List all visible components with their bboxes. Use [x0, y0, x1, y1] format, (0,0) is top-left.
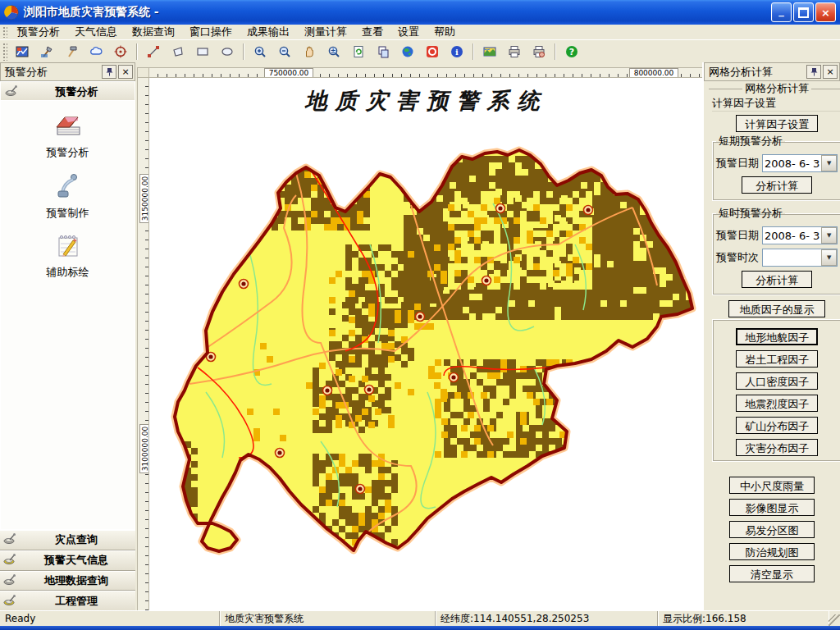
- disaster-point-marker: [276, 449, 285, 458]
- toolbar-grip-handle[interactable]: [2, 43, 7, 61]
- dish-icon: [5, 84, 19, 99]
- cloud-icon[interactable]: [84, 41, 108, 62]
- minimize-button[interactable]: _: [771, 2, 792, 22]
- right-panel-header: 网格分析计算 ×: [704, 62, 840, 81]
- target-icon[interactable]: [108, 41, 133, 62]
- disaster-point-marker: [450, 373, 459, 382]
- category-bar-工程管理[interactable]: 工程管理: [0, 591, 135, 611]
- menu-item[interactable]: 窗口操作: [182, 24, 240, 40]
- dropdown-arrow-icon[interactable]: ▼: [821, 227, 837, 244]
- short-time-period-select[interactable]: ▼: [762, 249, 838, 267]
- menu-item[interactable]: 设置: [390, 24, 427, 40]
- factor-button[interactable]: 灾害分布因子: [736, 439, 818, 456]
- copy-layers-icon[interactable]: [371, 41, 395, 62]
- dish-gold-icon: [3, 553, 17, 568]
- refresh-icon[interactable]: [346, 41, 371, 62]
- group-title: 网格分析计算: [742, 81, 811, 96]
- zoom-out-icon[interactable]: [272, 41, 297, 62]
- line-tool-icon[interactable]: [141, 41, 166, 62]
- print-icon[interactable]: [502, 41, 527, 62]
- left-panel-close-button[interactable]: ×: [118, 65, 133, 79]
- info-icon[interactable]: i: [445, 41, 469, 62]
- restore-button[interactable]: [793, 2, 814, 22]
- factor-button[interactable]: 地形地貌因子: [736, 328, 818, 345]
- factor-button[interactable]: 地震烈度因子: [736, 395, 818, 412]
- left-panel-item-label: 辅助标绘: [47, 265, 89, 280]
- menu-item[interactable]: 天气信息: [67, 24, 125, 40]
- help-icon[interactable]: ?: [559, 41, 584, 62]
- warning-analysis-icon[interactable]: [10, 41, 34, 62]
- layer-button[interactable]: 影像图显示: [729, 499, 815, 516]
- dropdown-arrow-icon[interactable]: ▼: [821, 249, 837, 266]
- factor-buttons-group: 地形地貌因子岩土工程因子人口密度因子地震烈度因子矿山分布因子灾害分布因子: [712, 319, 840, 462]
- factor-button[interactable]: 岩土工程因子: [736, 350, 818, 368]
- stamp-tool-icon: [54, 171, 82, 203]
- right-panel-close-button[interactable]: ×: [823, 65, 838, 79]
- left-panel-item[interactable]: 预警分析: [1, 112, 135, 160]
- print-preview-icon[interactable]: [527, 41, 551, 62]
- notepad-pencil-icon: [53, 232, 83, 262]
- category-bar-地理数据查询[interactable]: 地理数据查询: [0, 571, 135, 591]
- polygon-tool-icon[interactable]: [166, 41, 190, 62]
- category-bar-label: 预警天气信息: [17, 553, 135, 568]
- app-logo-icon: [4, 5, 19, 20]
- status-system-name: 地质灾害预警系统: [220, 611, 436, 626]
- dropdown-arrow-icon[interactable]: ▼: [821, 155, 837, 171]
- ellipse-tool-icon[interactable]: [215, 41, 240, 62]
- grid-analysis-panel: 网格分析计算 × 网格分析计算 计算因子设置 计算因子设置 短期预警分析 预警日…: [702, 62, 840, 611]
- svg-text:i: i: [455, 48, 459, 57]
- menu-item[interactable]: 成果输出: [240, 24, 297, 40]
- rectangle-tool-icon[interactable]: [190, 41, 215, 62]
- layer-button[interactable]: 中小尺度雨量: [729, 477, 815, 494]
- pin-button[interactable]: [102, 65, 116, 79]
- stop-icon[interactable]: [420, 41, 445, 62]
- zoom-extent-icon[interactable]: ±: [322, 41, 346, 62]
- menu-grip-handle[interactable]: [2, 26, 7, 38]
- short-time-analyze-button[interactable]: 分析计算: [742, 271, 812, 288]
- map-view: 750000.00 800000.00 3150000.00 3100000.0…: [135, 62, 704, 611]
- map-title: 地质灾害预警系统: [149, 86, 703, 116]
- short-time-date-select[interactable]: 2008- 6- 3 ▼: [762, 226, 838, 244]
- menu-item[interactable]: 数据查询: [125, 24, 182, 40]
- disaster-point-marker: [416, 313, 425, 322]
- application-window: 浏阳市地质灾害预警系统 - _ × 预警分析天气信息数据查询窗口操作成果输出测量…: [0, 0, 840, 630]
- toolbar: ±i?: [0, 39, 840, 64]
- zoom-in-icon[interactable]: [248, 41, 272, 62]
- pin-button[interactable]: [806, 65, 821, 79]
- map-image-icon[interactable]: [477, 41, 502, 62]
- factor-setting-button[interactable]: 计算因子设置: [736, 115, 818, 132]
- menu-item[interactable]: 测量计算: [297, 24, 354, 40]
- factor-button[interactable]: 人口密度因子: [736, 372, 818, 390]
- left-panel-item[interactable]: 辅助标绘: [1, 232, 135, 280]
- layer-button[interactable]: 防治规划图: [729, 543, 815, 560]
- pan-hand-icon[interactable]: [297, 41, 322, 62]
- globe-icon[interactable]: [395, 41, 420, 62]
- hammer-icon[interactable]: [59, 41, 84, 62]
- axe-icon[interactable]: [34, 41, 59, 62]
- category-label: 预警分析: [19, 84, 135, 99]
- region-map[interactable]: [149, 78, 703, 610]
- book-icon: [53, 112, 83, 143]
- left-panel-item[interactable]: 预警制作: [1, 171, 135, 221]
- layer-button[interactable]: 易发分区图: [729, 521, 815, 538]
- disaster-point-marker: [584, 206, 593, 215]
- pin-icon: [106, 67, 113, 76]
- factor-button[interactable]: 矿山分布因子: [736, 417, 818, 434]
- category-bar-灾点查询[interactable]: 灾点查询: [0, 530, 135, 550]
- close-button[interactable]: ×: [815, 2, 836, 22]
- short-term-analyze-button[interactable]: 分析计算: [742, 176, 812, 194]
- category-bar-预警天气信息[interactable]: 预警天气信息: [0, 550, 135, 571]
- category-bar-label: 地理数据查询: [17, 573, 135, 588]
- menu-item[interactable]: 预警分析: [10, 24, 67, 40]
- resize-grip[interactable]: [829, 614, 840, 626]
- toolbar-separator: [472, 43, 474, 60]
- geo-factor-display-header[interactable]: 地质因子的显示: [728, 300, 825, 317]
- layer-button[interactable]: 清空显示: [729, 565, 815, 582]
- menu-item[interactable]: 查看: [354, 24, 390, 40]
- pin-icon: [810, 67, 818, 76]
- short-term-date-select[interactable]: 2008- 6- 3 ▼: [762, 154, 838, 172]
- map-canvas[interactable]: 地质灾害预警系统: [148, 77, 704, 611]
- menu-item[interactable]: 帮助: [427, 24, 463, 40]
- disaster-point-marker: [240, 280, 249, 289]
- status-bar: Ready 地质灾害预警系统 经纬度:114.140551,28.250253 …: [0, 610, 840, 626]
